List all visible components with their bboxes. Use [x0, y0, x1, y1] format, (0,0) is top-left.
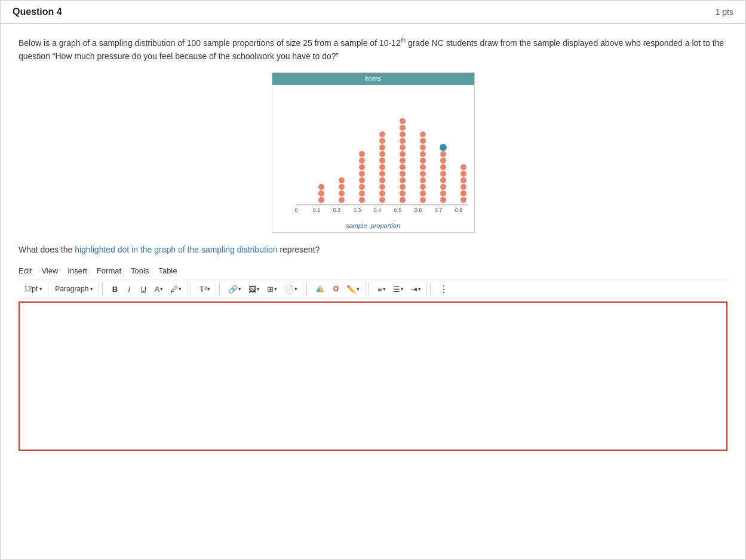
svg-point-57 — [440, 151, 446, 157]
svg-point-17 — [379, 184, 385, 190]
svg-text:0.2: 0.2 — [333, 207, 340, 213]
follow-up-before: What does the — [19, 245, 75, 254]
superscript-button[interactable]: T² ▾ — [197, 282, 213, 296]
svg-point-23 — [379, 144, 385, 150]
svg-point-20 — [379, 164, 385, 170]
menu-table[interactable]: Table — [158, 266, 177, 275]
svg-point-56 — [440, 158, 446, 164]
svg-point-9 — [359, 184, 365, 190]
font-size-arrow: ▾ — [39, 286, 42, 292]
table-arrow: ▾ — [274, 286, 277, 292]
more-group: ⋮ — [434, 282, 455, 296]
svg-text:0.7: 0.7 — [434, 207, 442, 213]
editor-toolbar: 12pt ▾ Paragraph ▾ B I U A ▾ 🖊 ▾ — [19, 279, 727, 299]
template-button[interactable]: 📄 ▾ — [281, 282, 300, 296]
svg-point-44 — [420, 164, 426, 170]
svg-point-47 — [420, 144, 426, 150]
custom-tools-button[interactable]: ✏️ ▾ — [343, 282, 363, 296]
menu-tools[interactable]: Tools — [131, 266, 149, 275]
svg-text:0.1: 0.1 — [312, 207, 320, 213]
svg-point-43 — [420, 171, 426, 177]
image-button[interactable]: 🖼 ▾ — [245, 282, 263, 296]
follow-up-highlighted: highlighted dot in the graph of the samp… — [75, 245, 277, 254]
svg-point-60 — [461, 190, 466, 196]
follow-up-after: represent? — [278, 245, 320, 254]
list-arrow: ▾ — [401, 286, 404, 292]
google-drive-button[interactable] — [312, 282, 328, 296]
paragraph-arrow: ▾ — [90, 286, 93, 292]
menu-edit[interactable]: Edit — [19, 266, 32, 275]
custom-arrow: ▾ — [357, 286, 360, 292]
chart-title: items — [272, 73, 474, 85]
svg-text:0.6: 0.6 — [414, 207, 422, 213]
svg-point-40 — [420, 190, 426, 196]
highlight-button[interactable]: 🖊 ▾ — [167, 282, 185, 296]
italic-button[interactable]: I — [122, 282, 136, 296]
table-button[interactable]: ⊞ ▾ — [264, 282, 280, 296]
separator-6 — [430, 283, 431, 295]
insert-group: 🔗 ▾ 🖼 ▾ ⊞ ▾ 📄 ▾ — [223, 282, 303, 296]
question-text-before: Below is a graph of a sampling distribut… — [19, 38, 401, 48]
svg-point-54 — [440, 171, 446, 177]
svg-point-14 — [359, 151, 365, 157]
super-sub-group: T² ▾ — [194, 282, 216, 296]
question-points: 1 pts — [716, 7, 733, 17]
text-format-group: B I U A ▾ 🖊 ▾ — [106, 282, 188, 296]
text-color-button[interactable]: A ▾ — [151, 282, 166, 296]
bold-button[interactable]: B — [108, 282, 121, 296]
text-color-arrow: ▾ — [160, 286, 163, 292]
editor-area[interactable] — [19, 301, 727, 451]
indent-arrow: ▾ — [418, 286, 421, 292]
indent-button[interactable]: ⇥ ▾ — [408, 282, 424, 296]
x-axis-label: sample_proportion — [278, 222, 468, 229]
chart-svg-wrapper: 0 0.1 0.2 0.3 0.4 0.5 0.6 0.7 0.8 — [278, 90, 468, 221]
svg-point-50 — [440, 197, 446, 203]
menu-format[interactable]: Format — [97, 266, 121, 275]
svg-point-34 — [400, 144, 406, 150]
question-superscript: th — [401, 37, 406, 44]
svg-point-28 — [400, 184, 406, 190]
separator-5 — [369, 283, 369, 295]
svg-point-36 — [400, 131, 406, 137]
svg-point-59 — [461, 197, 466, 203]
link-button[interactable]: 🔗 ▾ — [225, 282, 244, 296]
align-group: ≡ ▾ ☰ ▾ ⇥ ▾ — [372, 282, 427, 296]
svg-point-42 — [420, 177, 426, 183]
align-button[interactable]: ≡ ▾ — [374, 282, 389, 296]
svg-point-30 — [400, 171, 406, 177]
svg-point-27 — [400, 190, 406, 196]
svg-point-10 — [359, 177, 365, 183]
link-arrow: ▾ — [238, 286, 241, 292]
follow-up-text: What does the highlighted dot in the gra… — [19, 245, 727, 254]
google-drive-icon — [315, 284, 325, 294]
svg-point-21 — [379, 158, 385, 164]
editor-menubar: Edit View Insert Format Tools Table — [19, 263, 727, 279]
paragraph-button[interactable]: Paragraph ▾ — [52, 282, 96, 296]
svg-point-33 — [400, 151, 406, 157]
menu-insert[interactable]: Insert — [67, 266, 87, 275]
svg-point-29 — [400, 177, 406, 183]
svg-point-12 — [359, 164, 365, 170]
chart-container: items — [19, 72, 727, 233]
question-body: Below is a graph of a sampling distribut… — [1, 24, 745, 463]
svg-point-35 — [400, 138, 406, 144]
menu-view[interactable]: View — [41, 266, 58, 275]
separator-2 — [191, 283, 191, 295]
chart-svg: 0 0.1 0.2 0.3 0.4 0.5 0.6 0.7 0.8 — [278, 90, 468, 221]
underline-button[interactable]: U — [137, 282, 150, 296]
paragraph-group: Paragraph ▾ — [50, 282, 99, 296]
more-options-button[interactable]: ⋮ — [436, 282, 452, 296]
font-size-button[interactable]: 12pt ▾ — [21, 282, 45, 296]
svg-point-63 — [461, 171, 466, 177]
svg-point-37 — [400, 125, 406, 131]
svg-point-8 — [359, 190, 365, 196]
list-button[interactable]: ☰ ▾ — [390, 282, 407, 296]
svg-text:0.5: 0.5 — [394, 207, 401, 213]
separator-3 — [219, 283, 220, 295]
svg-point-1 — [318, 190, 324, 196]
svg-point-64 — [461, 164, 466, 170]
svg-point-62 — [461, 177, 466, 183]
svg-point-5 — [339, 184, 345, 190]
office-button[interactable]: O — [329, 282, 342, 296]
svg-point-3 — [339, 197, 345, 203]
